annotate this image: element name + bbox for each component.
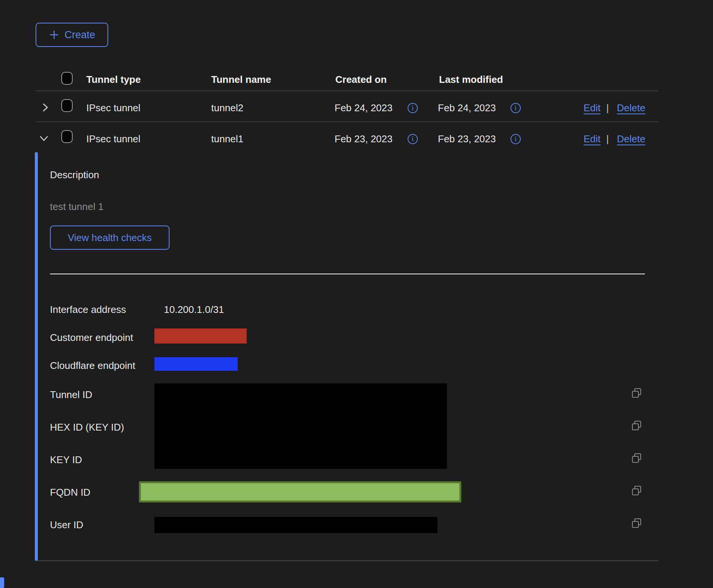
column-header-last-modified: Last modified <box>439 73 503 86</box>
section-divider <box>50 274 645 274</box>
user-id-label: User ID <box>50 519 83 531</box>
interface-address-value: 10.200.1.0/31 <box>164 303 224 316</box>
copy-user-id-button[interactable] <box>630 518 643 530</box>
row-checkbox-tunnel1[interactable] <box>61 130 73 143</box>
chevron-down-icon[interactable] <box>39 133 49 144</box>
customer-endpoint-label: Customer endpoint <box>50 331 133 344</box>
customer-endpoint-redacted-value <box>154 328 247 344</box>
delete-link-tunnel2[interactable]: Delete <box>617 102 645 114</box>
info-icon[interactable]: i <box>408 103 418 113</box>
plus-icon <box>48 29 60 40</box>
user-id-redacted-value <box>154 517 437 533</box>
copy-icon <box>631 518 642 529</box>
info-icon[interactable]: i <box>511 103 521 113</box>
description-label: Description <box>50 169 99 181</box>
edit-link-tunnel1[interactable]: Edit <box>584 133 601 145</box>
created-on-cell: Feb 24, 2023 <box>335 102 392 114</box>
copy-fqdn-id-button[interactable] <box>630 485 643 497</box>
ipsec-tunnels-page: Create Tunnel type Tunnel name Created o… <box>0 0 713 588</box>
copy-icon <box>631 485 642 496</box>
column-header-tunnel-name: Tunnel name <box>211 73 271 86</box>
create-button[interactable]: Create <box>36 23 108 47</box>
header-divider <box>36 90 659 91</box>
copy-icon <box>631 453 642 464</box>
cloudflare-endpoint-label: Cloudflare endpoint <box>50 359 135 372</box>
info-icon[interactable]: i <box>511 134 521 144</box>
row-checkbox-tunnel2[interactable] <box>61 99 73 112</box>
interface-address-label: Interface address <box>50 303 126 316</box>
tunnel-type-cell: IPsec tunnel <box>86 133 140 145</box>
partial-accent-bar <box>0 577 4 588</box>
delete-link-tunnel1[interactable]: Delete <box>617 133 645 145</box>
copy-tunnel-id-button[interactable] <box>630 387 643 400</box>
created-on-cell: Feb 23, 2023 <box>335 133 392 145</box>
create-button-label: Create <box>64 29 95 41</box>
expanded-panel-bottom-divider <box>35 560 659 561</box>
copy-key-id-button[interactable] <box>630 453 643 465</box>
row-divider <box>36 121 659 122</box>
action-separator: | <box>606 133 609 145</box>
copy-icon <box>631 420 642 431</box>
cloudflare-endpoint-redacted-value <box>154 357 238 371</box>
description-value: test tunnel 1 <box>50 201 104 213</box>
view-health-checks-button[interactable]: View health checks <box>50 226 170 250</box>
key-id-label: KEY ID <box>50 454 82 466</box>
last-modified-cell: Feb 24, 2023 <box>438 102 496 114</box>
fqdn-id-label: FQDN ID <box>50 486 90 498</box>
info-icon[interactable]: i <box>408 134 418 144</box>
fqdn-id-redacted-value <box>139 481 461 502</box>
column-header-tunnel-type: Tunnel type <box>86 73 141 86</box>
action-separator: | <box>606 102 609 114</box>
tunnel-name-cell: tunnel1 <box>211 133 243 145</box>
hex-id-label: HEX ID (KEY ID) <box>50 421 124 433</box>
tunnel-type-cell: IPsec tunnel <box>86 102 140 114</box>
tunnel-id-label: Tunnel ID <box>50 389 92 401</box>
expanded-panel-accent-bar <box>35 152 38 561</box>
select-all-checkbox[interactable] <box>61 72 73 85</box>
copy-icon <box>631 387 642 399</box>
tunnel-name-cell: tunnel2 <box>211 102 243 114</box>
last-modified-cell: Feb 23, 2023 <box>438 133 496 145</box>
tunnel-hex-key-id-redacted-values <box>154 383 447 469</box>
chevron-right-icon[interactable] <box>40 102 51 113</box>
view-health-checks-label: View health checks <box>68 232 152 244</box>
column-header-created-on: Created on <box>335 73 387 86</box>
copy-hex-id-button[interactable] <box>630 420 643 432</box>
edit-link-tunnel2[interactable]: Edit <box>584 102 601 114</box>
